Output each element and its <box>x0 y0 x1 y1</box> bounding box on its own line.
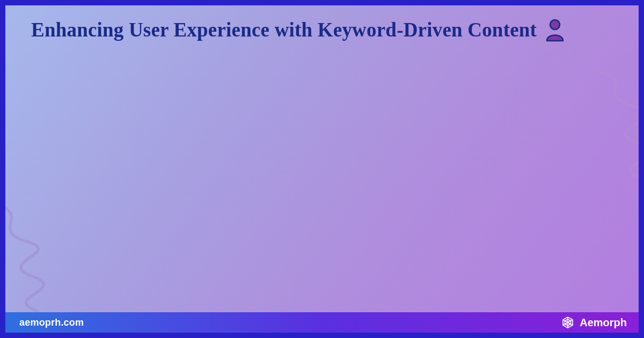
brand-logo-icon <box>561 316 574 329</box>
decor-squiggle-left <box>5 199 59 317</box>
title-row: Enhancing User Experience with Keyword-D… <box>31 18 613 42</box>
footer-brand: Aemorph <box>561 316 627 329</box>
decor-squiggle-right <box>588 64 639 182</box>
footer-bar: aemoprh.com Aemorph <box>5 312 639 333</box>
brand-name: Aemorph <box>580 317 627 329</box>
person-icon <box>544 18 566 42</box>
svg-point-0 <box>550 20 560 30</box>
slide-canvas: Enhancing User Experience with Keyword-D… <box>5 5 639 333</box>
slide-frame: Enhancing User Experience with Keyword-D… <box>0 0 644 338</box>
footer-site: aemoprh.com <box>19 317 84 328</box>
slide-title: Enhancing User Experience with Keyword-D… <box>31 19 537 42</box>
